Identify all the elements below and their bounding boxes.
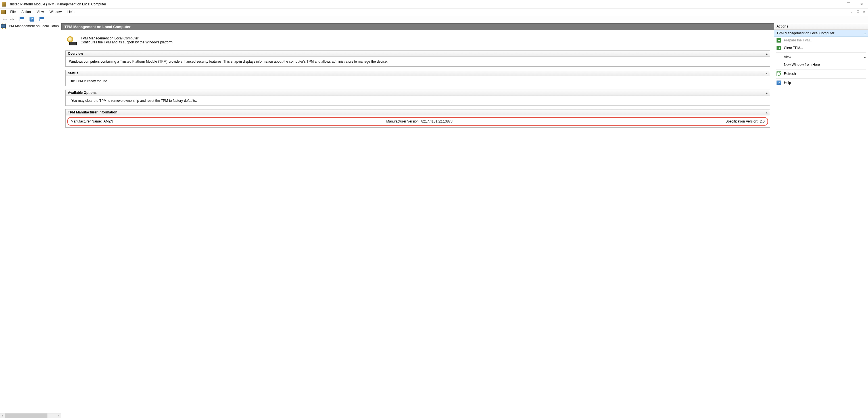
action-label: Prepare the TPM... [784,38,813,42]
nav-back-button[interactable] [1,16,8,23]
window-controls [829,0,868,8]
intro-block: TPM Management on Local Computer Configu… [65,33,770,50]
tree-item-label: TPM Management on Local Comp [7,24,59,28]
show-hide-action-pane-button[interactable] [38,16,45,23]
nav-forward-button[interactable] [8,16,16,23]
minimize-button[interactable] [829,0,842,8]
menu-action[interactable]: Action [19,9,33,15]
menu-view[interactable]: View [34,9,47,15]
value: AMZN [103,119,113,124]
status-panel-header[interactable]: Status [66,70,770,76]
actions-title: Actions [774,23,868,30]
panel-title: Status [68,71,79,75]
close-button[interactable] [855,0,868,8]
maximize-button[interactable] [842,0,855,8]
manufacturer-panel-header[interactable]: TPM Manufacturer Information [66,109,770,115]
collapse-icon[interactable] [766,51,768,56]
overview-panel-header[interactable]: Overview [66,51,770,57]
manufacturer-info-row: Manufacturer Name: AMZN Manufacturer Ver… [67,117,768,126]
tree-item-tpm-management[interactable]: TPM Management on Local Comp [0,23,61,29]
action-clear-tpm[interactable]: Clear TPM... [774,44,868,52]
mdi-close-button[interactable] [861,9,867,14]
menubar: File Action View Window Help [0,8,868,15]
manufacturer-panel: TPM Manufacturer Information Manufacture… [65,109,770,128]
manufacturer-version: Manufacturer Version: 8217.4131.22.13878 [386,119,453,124]
mdi-window-controls [849,9,868,14]
options-panel-body: You may clear the TPM to remove ownershi… [66,96,770,105]
action-view-submenu[interactable]: View [774,53,868,61]
options-panel-header[interactable]: Available Options [66,90,770,96]
content-body: TPM Management on Local Computer Configu… [61,30,774,134]
content-header: TPM Management on Local Computer [61,23,774,30]
scroll-left-button[interactable]: ◂ [0,414,5,418]
blank-icon [777,62,781,67]
panel-title: Available Options [68,91,97,95]
status-panel: Status The TPM is ready for use. [65,70,770,86]
actions-subhead-label: TPM Management on Local Computer [777,31,834,35]
chip-icon [1,24,6,28]
content-pane: TPM Management on Local Computer TPM Man… [61,23,774,418]
overview-panel: Overview Windows computers containing a … [65,50,770,67]
action-label: Refresh [784,72,796,76]
collapse-icon[interactable] [766,91,768,95]
menu-file[interactable]: File [7,9,19,15]
show-hide-console-tree-button[interactable] [19,16,25,23]
collapse-icon[interactable] [766,110,768,114]
toolbar-separator [27,16,27,23]
intro-title: TPM Management on Local Computer [81,36,173,40]
action-help[interactable]: Help [774,79,868,87]
menu-help[interactable]: Help [64,9,77,15]
panel-title: Overview [68,51,83,56]
arrow-right-icon [777,46,781,50]
value: 8217.4131.22.13878 [421,119,453,124]
action-label: Clear TPM... [784,46,803,50]
submenu-arrow-icon [864,55,866,59]
workspace: TPM Management on Local Comp ◂ ▸ TPM Man… [0,23,868,418]
scroll-thumb[interactable] [5,414,48,418]
console-tree-pane: TPM Management on Local Comp ◂ ▸ [0,23,61,418]
label: Manufacturer Name: [71,119,102,124]
toolbar [0,15,868,23]
action-label: View [784,55,791,59]
value: 2.0 [760,119,765,124]
action-new-window[interactable]: New Window from Here [774,61,868,69]
scroll-right-button[interactable]: ▸ [56,414,61,418]
collapse-icon[interactable] [864,31,866,35]
arrow-right-icon [777,38,781,42]
manufacturer-name: Manufacturer Name: AMZN [71,119,113,124]
window-title: Trusted Platform Module (TPM) Management… [8,2,106,6]
blank-icon [777,55,781,59]
panel-title: TPM Manufacturer Information [68,110,117,114]
menu-window[interactable]: Window [47,9,65,15]
action-label: Help [784,81,791,85]
label: Manufacturer Version: [386,119,420,124]
label: Specification Version: [726,119,758,124]
menubar-app-icon [1,10,6,14]
specification-version: Specification Version: 2.0 [726,119,765,124]
action-refresh[interactable]: Refresh [774,70,868,78]
help-button[interactable] [28,16,35,23]
tree-horizontal-scrollbar[interactable]: ◂ ▸ [0,413,61,418]
mdi-restore-button[interactable] [855,9,861,14]
help-icon [777,80,781,85]
mdi-minimize-button[interactable] [849,9,855,14]
intro-description: Configures the TPM and its support by th… [81,40,173,44]
scroll-track[interactable] [5,414,56,418]
separator [776,53,866,53]
tpm-key-chip-icon [66,36,77,45]
options-panel: Available Options You may clear the TPM … [65,90,770,106]
overview-panel-body: Windows computers containing a Trusted P… [66,57,770,66]
refresh-icon [777,71,781,76]
titlebar: Trusted Platform Module (TPM) Management… [0,0,868,8]
action-prepare-tpm[interactable]: Prepare the TPM... [774,37,868,44]
actions-subhead[interactable]: TPM Management on Local Computer [774,30,868,37]
app-icon [2,2,6,6]
status-panel-body: The TPM is ready for use. [66,76,770,86]
actions-pane: Actions TPM Management on Local Computer… [774,23,868,418]
action-label: New Window from Here [784,63,820,67]
collapse-icon[interactable] [766,71,768,75]
